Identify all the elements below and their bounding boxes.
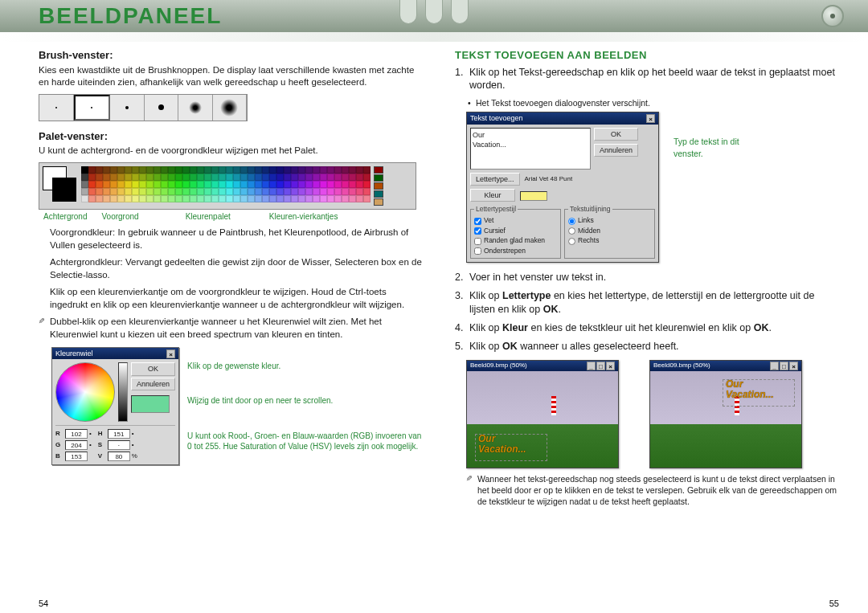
close-icon[interactable]: × xyxy=(166,349,175,358)
thumb-image: OurVacation... xyxy=(467,371,618,468)
step-3: Klik op Lettertype en kies het lettertyp… xyxy=(455,289,839,317)
font-desc: Arial Vet 48 Punt xyxy=(525,175,573,184)
page-spread: BEELDPANEEL Brush-venster: Kies een kwas… xyxy=(0,0,868,613)
v-label: V xyxy=(98,452,106,461)
extra-swatches[interactable] xyxy=(374,166,383,206)
thumb-1: Beeld09.bmp (50%)_□× OurVacation... xyxy=(466,360,619,468)
close-icon[interactable]: × xyxy=(606,362,615,370)
text-add-dialog: Tekst toevoegen × Our Vacation... OK Ann… xyxy=(466,112,659,263)
wheel-figure: Kleurenwiel × OK Annuleren xyxy=(39,347,423,465)
rad-center[interactable]: Midden xyxy=(568,227,651,235)
step-4: Klik op Kleur en kies de tekstkleur uit … xyxy=(455,321,839,335)
palette-labels: Achtergrond Voorgrond Kleurenpalet Kleur… xyxy=(43,211,423,223)
g-label: G xyxy=(55,441,63,450)
color-button[interactable]: Kleur xyxy=(470,189,515,202)
value-slider[interactable] xyxy=(118,362,128,422)
s-field[interactable]: · xyxy=(108,440,130,450)
wheel-tip: Dubbel-klik op een kleurenvierkantje wan… xyxy=(39,316,423,341)
rad-left[interactable]: Links xyxy=(568,216,651,225)
brush-cell[interactable] xyxy=(145,95,179,121)
style-fieldset: Lettertypestijl Vet Cursief Randen glad … xyxy=(470,205,561,259)
r-label: R xyxy=(55,430,63,439)
align-legend: Tekstuitlijning xyxy=(568,205,612,214)
chk-smooth[interactable]: Randen glad maken xyxy=(474,236,557,245)
label-fg: Voorgrond xyxy=(101,211,138,223)
chk-italic[interactable]: Cursief xyxy=(474,227,557,235)
max-icon[interactable]: □ xyxy=(596,362,605,370)
click-note: Klik op een kleurenvierkantje om de voor… xyxy=(50,286,423,311)
brush-cell-selected[interactable] xyxy=(74,95,111,121)
dialog-side-caption: Typ de tekst in dit venster. xyxy=(674,136,754,158)
align-fieldset: Tekstuitlijning Links Midden Rechts xyxy=(564,205,655,259)
palette-heading: Palet-venster: xyxy=(39,129,423,144)
label-sq: Kleuren-vierkantjes xyxy=(269,211,338,223)
brush-heading: Brush-venster: xyxy=(39,48,423,63)
thumb-image: OurVacation... xyxy=(650,371,801,468)
font-button[interactable]: Lettertype... xyxy=(470,173,520,186)
steps-list-2: Voer in het venster uw tekst in. Klik op… xyxy=(455,271,839,353)
wheel-cap-3: U kunt ook Rood-, Groen- en Blauw-waarde… xyxy=(187,431,423,452)
page-number-right: 55 xyxy=(829,599,839,608)
bg-note: Achtergrondkleur: Vervangt gedeelten die… xyxy=(50,256,423,281)
s-label: S xyxy=(98,441,106,450)
color-swatch[interactable] xyxy=(520,191,547,201)
overlay-text: OurVacation... xyxy=(478,434,526,455)
fg-note: Voorgrondkleur: In gebruik wanneer u de … xyxy=(50,227,423,251)
style-legend: Lettertypestijl xyxy=(474,205,518,214)
left-column: Brush-venster: Kies een kwastdikte uit d… xyxy=(39,48,423,510)
brush-cell[interactable] xyxy=(178,95,213,121)
fg-bg-swatches[interactable] xyxy=(43,166,78,205)
palette-panel xyxy=(39,162,416,210)
g-field[interactable]: 204 xyxy=(65,440,88,450)
page-number-left: 54 xyxy=(39,599,48,608)
b-field[interactable]: 153 xyxy=(65,452,88,461)
step1-note: Het Tekst toevoegen dialoogvenster versc… xyxy=(466,97,839,108)
result-thumbnails: Beeld09.bmp (50%)_□× OurVacation... Beel… xyxy=(466,360,839,468)
ok-button[interactable]: OK xyxy=(594,128,638,141)
text-entry-area[interactable]: Our Vacation... xyxy=(470,128,591,170)
min-icon[interactable]: _ xyxy=(770,362,779,370)
dialog-titlebar: Kleurenwiel × xyxy=(52,348,178,359)
wheel-cap-1: Klik op de gewenste kleur. xyxy=(187,361,423,372)
b-label: B xyxy=(55,452,63,461)
right-column: TEKST TOEVOEGEN AAN BEELDEN Klik op het … xyxy=(455,48,839,510)
chk-bold[interactable]: Vet xyxy=(474,216,557,225)
v-field[interactable]: 80 xyxy=(108,452,130,461)
page-title: BEELDPANEEL xyxy=(0,3,868,32)
label-pal: Kleurenpalet xyxy=(186,211,231,223)
step-5: Klik op OK wanneer u alles geselecteerd … xyxy=(455,340,839,353)
dialog-title: Tekst toevoegen xyxy=(470,113,523,123)
close-icon[interactable]: × xyxy=(646,114,655,123)
right-heading: TEKST TOEVOEGEN AAN BEELDEN xyxy=(455,48,839,63)
chk-underline[interactable]: Onderstrepen xyxy=(474,247,557,255)
brush-desc: Kies een kwastdikte uit de Brushknoppen.… xyxy=(39,64,423,89)
thumb-title: Beeld09.bmp (50%) xyxy=(470,362,527,370)
lighthouse-icon xyxy=(551,396,556,415)
max-icon[interactable]: □ xyxy=(780,362,788,370)
color-wheel-dialog: Kleurenwiel × OK Annuleren xyxy=(51,347,179,465)
dialog-title: Kleurenwiel xyxy=(55,349,93,358)
dialog-titlebar: Tekst toevoegen × xyxy=(467,112,658,124)
ok-button[interactable]: OK xyxy=(131,362,175,375)
brush-cell[interactable] xyxy=(39,95,74,121)
palette-notes: Voorgrondkleur: In gebruik wanneer u de … xyxy=(50,227,423,311)
h-field[interactable]: 151 xyxy=(108,429,130,439)
cancel-button[interactable]: Annuleren xyxy=(594,144,638,157)
rad-right[interactable]: Rechts xyxy=(568,236,651,245)
brush-cell[interactable] xyxy=(213,95,248,121)
min-icon[interactable]: _ xyxy=(587,362,596,370)
wheel-captions: Klik op de gewenste kleur. Wijzig de tin… xyxy=(187,347,423,465)
step-2: Voer in het venster uw tekst in. xyxy=(455,271,839,284)
r-field[interactable]: 102 xyxy=(65,429,88,439)
thumb-2: Beeld09.bmp (50%)_□× OurVacation... xyxy=(649,360,802,468)
color-palette-grid[interactable] xyxy=(81,166,371,206)
divider xyxy=(0,32,868,42)
footnote: Wanneer het tekst-gereedschap nog steeds… xyxy=(466,473,839,508)
h-label: H xyxy=(98,430,106,439)
brush-cell[interactable] xyxy=(110,95,145,121)
cancel-button[interactable]: Annuleren xyxy=(131,378,175,390)
color-wheel[interactable] xyxy=(55,362,115,422)
palette-desc: U kunt de achtergrond- en de voorgrondkl… xyxy=(39,145,423,157)
close-icon[interactable]: × xyxy=(789,362,798,370)
foreground-swatch[interactable] xyxy=(52,178,76,202)
